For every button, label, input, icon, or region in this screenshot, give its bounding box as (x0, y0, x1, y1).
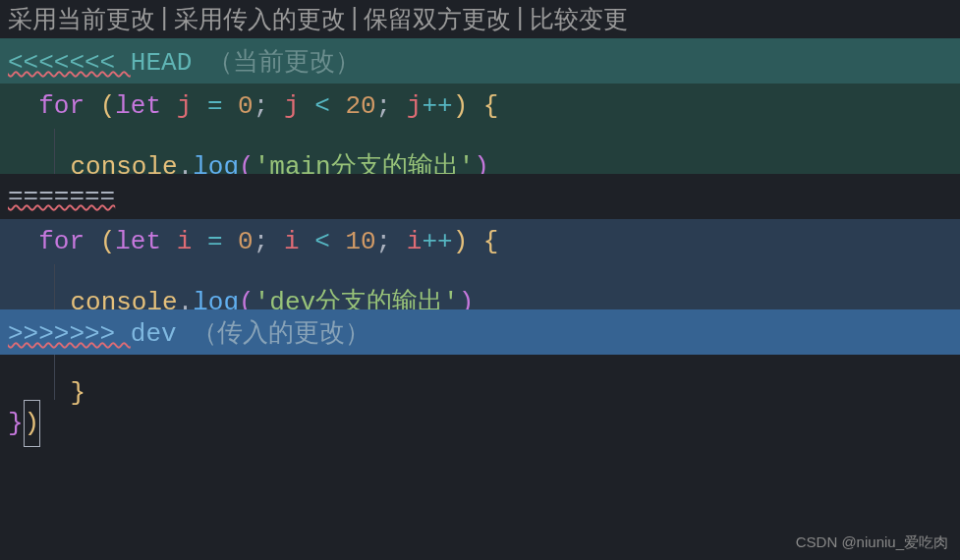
conflict-incoming-marker: >>>>>>> dev （传入的更改） (0, 309, 960, 355)
incoming-description: （传入的更改） (192, 317, 370, 347)
head-label: HEAD (131, 48, 192, 78)
conflict-head-marker: <<<<<<< HEAD （当前更改） (0, 38, 960, 84)
variable: i (177, 227, 193, 256)
paren-close: ) (25, 409, 40, 438)
number-literal: 10 (345, 227, 375, 256)
separator: | (161, 3, 168, 35)
for-keyword: for (38, 91, 85, 121)
code-line-close-brace-2: }) (0, 400, 960, 445)
current-code-line-2: console.log('main分支的输出') (0, 129, 960, 174)
semicolon: ; (254, 227, 269, 256)
equals-op: = (207, 91, 223, 121)
watermark: CSDN @niuniu_爱吃肉 (796, 533, 948, 552)
number-literal: 0 (238, 91, 254, 121)
increment-op: ++ (422, 91, 452, 121)
brace-close: } (8, 409, 24, 438)
variable: j (177, 91, 193, 121)
lt-op: < (314, 91, 330, 121)
merge-codelens-bar: 采用当前更改 | 采用传入的更改 | 保留双方更改 | 比较变更 (0, 0, 960, 38)
incoming-code-line-1: for (let i = 0; i < 10; i++) { (0, 219, 960, 264)
cursor: ) (24, 400, 41, 447)
semicolon: ; (376, 91, 392, 121)
variable: i (284, 227, 300, 256)
separator: | (517, 3, 524, 35)
head-description: （当前更改） (207, 46, 361, 76)
incoming-label: dev (131, 319, 177, 349)
semicolon: ; (254, 91, 269, 121)
increment-op: ++ (422, 227, 452, 256)
current-code-line-1: for (let j = 0; j < 20; j++) { (0, 84, 960, 129)
paren-close: ) (453, 91, 469, 121)
accept-both-link[interactable]: 保留双方更改 (364, 3, 511, 35)
for-keyword: for (38, 227, 85, 256)
compare-changes-link[interactable]: 比较变更 (530, 3, 628, 35)
brace-open: { (483, 227, 499, 256)
equals-op: = (207, 227, 223, 256)
let-keyword: let (115, 227, 161, 256)
variable: i (407, 227, 423, 256)
paren-open: ( (100, 91, 116, 121)
separator-text: ======= (8, 182, 115, 211)
separator: | (352, 3, 359, 35)
code-line-close-brace-1: } (0, 355, 960, 400)
paren-open: ( (100, 227, 116, 256)
incoming-marker-symbol: >>>>>>> (8, 319, 131, 349)
accept-incoming-link[interactable]: 采用传入的更改 (174, 3, 346, 35)
variable: j (284, 91, 300, 121)
let-keyword: let (115, 91, 161, 121)
variable: j (407, 91, 423, 121)
brace-open: { (483, 91, 499, 121)
number-literal: 0 (238, 227, 254, 256)
paren-close: ) (453, 227, 469, 256)
incoming-code-line-2: console.log('dev分支的输出') (0, 264, 960, 309)
number-literal: 20 (345, 91, 375, 121)
conflict-separator: ======= (0, 174, 960, 219)
semicolon: ; (376, 227, 392, 256)
head-marker-symbol: <<<<<<< (8, 48, 131, 78)
accept-current-link[interactable]: 采用当前更改 (8, 3, 155, 35)
lt-op: < (314, 227, 330, 256)
